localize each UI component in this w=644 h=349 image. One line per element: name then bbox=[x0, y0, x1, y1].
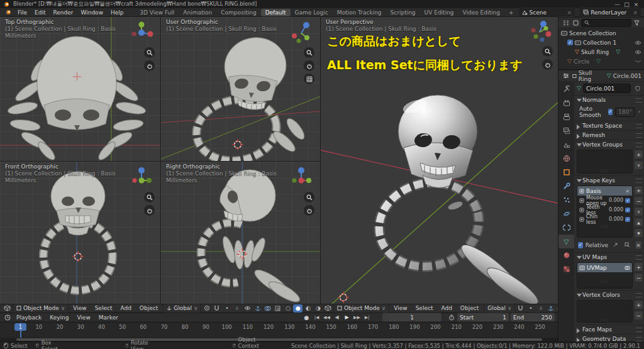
timeline-playhead[interactable]: 1 bbox=[14, 323, 26, 331]
frame-end-field[interactable]: End 250 bbox=[510, 313, 555, 322]
tab-object-data[interactable]: ▽ bbox=[558, 235, 574, 248]
shape-key-remove-button[interactable]: − bbox=[634, 196, 643, 206]
blender-menu-icon[interactable] bbox=[5, 9, 11, 16]
pivot-point-icon[interactable] bbox=[202, 304, 211, 313]
editor-type-icon[interactable] bbox=[3, 304, 12, 313]
proportional-edit-icon[interactable]: • bbox=[222, 304, 231, 313]
select-menu-main[interactable]: Select bbox=[412, 304, 437, 312]
workspace-tab-video-editing[interactable]: Video Editing bbox=[458, 9, 504, 16]
relative-checkbox[interactable]: ✓ bbox=[578, 242, 583, 248]
marker-menu[interactable]: Marker bbox=[95, 314, 122, 321]
viewport-top-axis-gizmo[interactable] bbox=[130, 21, 153, 45]
viewport-user-ortho-zoom-icon[interactable] bbox=[304, 47, 314, 58]
auto-smooth-checkbox[interactable]: ✓ bbox=[608, 109, 613, 115]
animate-dot-icon[interactable]: • bbox=[638, 109, 641, 115]
menu-file[interactable]: File bbox=[14, 9, 31, 16]
timeline-editor-icon[interactable] bbox=[3, 313, 12, 321]
auto-smooth-angle-field[interactable]: 180° bbox=[615, 108, 635, 117]
next-keyframe-button[interactable]: ▶▶ bbox=[352, 313, 362, 321]
menu-help[interactable]: Help bbox=[107, 9, 128, 16]
xray-toggle-icon[interactable] bbox=[273, 304, 282, 313]
keying-menu[interactable]: Keying bbox=[46, 314, 72, 321]
shape-key-edit-mode-icon[interactable] bbox=[623, 241, 632, 249]
panel-vertex-groups[interactable]: Vertex Groups bbox=[574, 140, 644, 149]
outliner-display-mode-icon[interactable] bbox=[561, 19, 570, 27]
outliner-row-skull-ring[interactable]: ▽ Skull Ring ▽ bbox=[558, 47, 644, 57]
view-menu-main[interactable]: View bbox=[390, 304, 411, 312]
viewport-perspective-zoom-icon[interactable] bbox=[542, 46, 553, 57]
gizmo-toggle-icon[interactable] bbox=[253, 304, 262, 313]
viewport-user-ortho-pan-icon[interactable] bbox=[304, 60, 314, 71]
orientation-selector-main[interactable]: Global ∨ bbox=[484, 304, 515, 313]
viewport-perspective-axis-gizmo[interactable] bbox=[528, 19, 552, 43]
workspace-tab-game-logic[interactable]: Game Logic bbox=[291, 9, 333, 16]
uv-map-add-button[interactable]: + bbox=[634, 262, 643, 272]
jump-to-start-button[interactable]: |◀ bbox=[312, 313, 321, 321]
shading-solid-icon[interactable]: ● bbox=[293, 304, 303, 313]
shape-key-mute-checkbox[interactable]: ✓ bbox=[625, 198, 630, 203]
gizmo-toggle-icon[interactable] bbox=[546, 304, 555, 313]
renderlayer-unlink-icon[interactable]: × bbox=[633, 9, 638, 16]
uv-map-row[interactable]: UVMap bbox=[577, 263, 632, 272]
workspace-tab-compositing[interactable]: Compositing bbox=[216, 9, 260, 16]
panel-remesh[interactable]: Remesh bbox=[574, 130, 644, 140]
viewport-front-zoom-icon[interactable] bbox=[144, 192, 155, 202]
tab-render[interactable] bbox=[558, 96, 574, 110]
outliner-row-scene-collection[interactable]: Scene Collection bbox=[558, 28, 644, 38]
tab-output[interactable] bbox=[558, 110, 574, 124]
fake-user-shield-icon[interactable] bbox=[633, 84, 642, 92]
tab-object[interactable] bbox=[558, 165, 574, 179]
properties-editor-icon[interactable] bbox=[561, 72, 570, 80]
overlays-toggle-icon[interactable] bbox=[263, 304, 272, 313]
outliner-row-collection-1[interactable]: ✓ Collection 1 bbox=[558, 38, 644, 47]
view-menu-quad[interactable]: View bbox=[69, 304, 90, 312]
viewport-perspective[interactable]: User Perspective (1) Scene Collection | … bbox=[321, 17, 558, 304]
collection-checkbox[interactable]: ✓ bbox=[567, 40, 573, 45]
viewport-user-ortho-grid-icon[interactable] bbox=[304, 74, 314, 84]
viewport-right-ortho-pan-icon[interactable] bbox=[304, 205, 314, 216]
viewport-user-ortho-axis-gizmo[interactable] bbox=[289, 21, 313, 45]
vertex-color-remove-button[interactable]: − bbox=[634, 311, 643, 320]
shape-key-move-up-button[interactable]: ▴ bbox=[634, 218, 643, 227]
snap-magnet-icon[interactable] bbox=[212, 304, 221, 313]
menu-render[interactable]: Render bbox=[49, 9, 77, 16]
viewport-perspective-pan-icon[interactable] bbox=[542, 59, 553, 70]
jump-to-end-button[interactable]: ▶| bbox=[362, 313, 372, 321]
editor-type-icon[interactable] bbox=[323, 304, 333, 313]
viewport-top-pan-icon[interactable] bbox=[144, 60, 155, 71]
shape-key-pin-icon[interactable] bbox=[611, 241, 620, 249]
object-menu-main[interactable]: Object bbox=[457, 304, 482, 312]
vertex-group-add-button[interactable]: + bbox=[634, 150, 643, 159]
shape-key-row-chin-less[interactable]: Chin less 0.000 ✓ bbox=[577, 214, 632, 224]
panel-texture-space[interactable]: Texture Space bbox=[574, 121, 644, 130]
viewport-user-ortho[interactable]: User Orthographic (1) Scene Collection |… bbox=[161, 17, 321, 162]
tab-material[interactable] bbox=[558, 248, 574, 262]
tab-physics[interactable] bbox=[558, 207, 574, 221]
shape-key-specials-button[interactable]: ∨ bbox=[634, 207, 643, 216]
shading-wireframe-icon[interactable]: ○ bbox=[283, 304, 292, 313]
tab-texture[interactable] bbox=[558, 262, 574, 276]
record-button[interactable]: ● bbox=[302, 313, 311, 321]
select-menu-quad[interactable]: Select bbox=[91, 304, 116, 312]
shape-key-mute-checkbox[interactable]: ✓ bbox=[625, 208, 630, 213]
scene-selector[interactable]: Scene × bbox=[518, 8, 576, 17]
eye-icon[interactable] bbox=[635, 50, 641, 55]
add-menu-quad[interactable]: Add bbox=[116, 304, 135, 312]
shape-key-mute-checkbox[interactable]: ✓ bbox=[625, 217, 630, 222]
shape-key-clear-button[interactable]: × bbox=[635, 240, 642, 250]
shape-key-mute-checkbox[interactable]: ✓ bbox=[625, 189, 630, 194]
viewport-right-ortho-zoom-icon[interactable] bbox=[304, 192, 314, 202]
vertex-groups-list[interactable]: :::: bbox=[577, 150, 633, 174]
panel-uv-maps[interactable]: UV Maps bbox=[574, 252, 644, 262]
eye-icon[interactable] bbox=[635, 40, 641, 45]
uv-map-remove-button[interactable]: − bbox=[634, 273, 643, 282]
workspace-tab-motion-tracking[interactable]: Motion Tracking bbox=[333, 9, 386, 16]
render-camera-icon[interactable] bbox=[625, 265, 630, 270]
play-reverse-button[interactable]: ◀ bbox=[332, 313, 341, 321]
timeline-view-menu[interactable]: View bbox=[73, 314, 94, 321]
shape-key-move-down-button[interactable]: ▾ bbox=[634, 228, 643, 238]
shape-key-add-button[interactable]: + bbox=[634, 186, 643, 195]
play-button[interactable]: ▶ bbox=[342, 313, 352, 321]
list-resize-handle[interactable]: :::: bbox=[577, 169, 632, 173]
viewport-front-axis-gizmo[interactable] bbox=[130, 165, 153, 189]
